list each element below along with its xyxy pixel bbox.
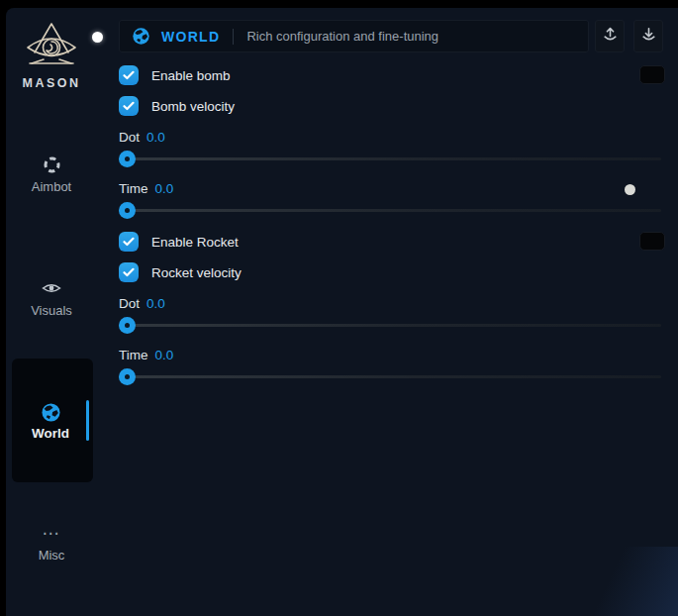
slider-track[interactable] — [119, 324, 661, 327]
globe-icon — [132, 27, 150, 46]
eye-icon — [12, 278, 91, 298]
checkbox-checked-icon[interactable] — [119, 262, 139, 282]
slider-track[interactable] — [119, 157, 661, 160]
checkbox-label: Rocket velocity — [151, 265, 242, 280]
slider-dot[interactable] — [119, 317, 661, 334]
slider-handle[interactable] — [119, 202, 136, 219]
sidebar-item-aimbot[interactable]: Aimbot — [12, 154, 91, 194]
cursor-dot — [92, 32, 103, 43]
settings-panel: Enable bomb Bomb velocity Dot 0.0 Time 0… — [119, 52, 661, 385]
corner-glow-decoration — [520, 547, 678, 616]
checkbox-row-enable-rocket[interactable]: Enable Rocket — [119, 232, 661, 252]
checkbox-checked-icon[interactable] — [119, 232, 139, 252]
brand-logo: MASON — [20, 22, 83, 90]
slider-label-dot: Dot 0.0 — [119, 296, 661, 311]
upload-config-button[interactable] — [595, 20, 625, 52]
page-title: WORLD — [161, 29, 220, 45]
sidebar-item-misc[interactable]: ⋯ Misc — [12, 523, 91, 563]
checkbox-label: Enable bomb — [151, 68, 231, 83]
slider-handle[interactable] — [119, 368, 136, 385]
slider-track[interactable] — [119, 209, 661, 212]
slider-time[interactable] — [119, 202, 661, 219]
globe-icon — [12, 402, 89, 423]
slider-value: 0.0 — [155, 181, 174, 196]
checkbox-row-bomb-velocity[interactable]: Bomb velocity — [119, 96, 661, 116]
sidebar-item-label: World — [12, 426, 89, 441]
page-header: WORLD Rich configuration and fine-tuning — [119, 20, 589, 52]
download-icon — [641, 27, 656, 46]
slider-name: Dot — [119, 296, 140, 311]
checkbox-checked-icon[interactable] — [119, 96, 139, 116]
sidebar-item-label: Visuals — [12, 303, 91, 318]
header-divider — [233, 29, 234, 45]
slider-dot[interactable] — [119, 151, 661, 167]
slider-label-dot: Dot 0.0 — [119, 130, 661, 145]
brand-name: MASON — [20, 76, 83, 90]
slider-time[interactable] — [119, 368, 661, 385]
checkbox-row-rocket-velocity[interactable]: Rocket velocity — [119, 262, 661, 282]
sidebar-item-label: Misc — [12, 548, 91, 563]
mason-eye-triangle-icon — [20, 22, 83, 71]
sidebar-item-world[interactable]: World — [12, 359, 93, 482]
cursor-dot-secondary — [625, 184, 635, 195]
slider-handle[interactable] — [119, 151, 136, 167]
slider-handle[interactable] — [119, 317, 136, 334]
upload-icon — [603, 27, 618, 46]
checkbox-row-enable-bomb[interactable]: Enable bomb — [119, 65, 661, 85]
color-picker-swatch[interactable] — [639, 65, 665, 84]
sidebar-item-label: Aimbot — [12, 179, 91, 194]
slider-name: Dot — [119, 130, 140, 145]
page-subtitle: Rich configuration and fine-tuning — [246, 29, 438, 44]
slider-track[interactable] — [119, 375, 661, 378]
slider-value: 0.0 — [146, 130, 165, 145]
checkbox-checked-icon[interactable] — [119, 65, 139, 85]
slider-value: 0.0 — [155, 348, 174, 362]
color-picker-swatch[interactable] — [639, 232, 665, 251]
slider-name: Time — [119, 348, 148, 362]
checkbox-label: Bomb velocity — [151, 99, 235, 114]
slider-label-time: Time 0.0 — [119, 348, 661, 362]
download-config-button[interactable] — [633, 20, 663, 52]
checkbox-label: Enable Rocket — [151, 235, 239, 250]
slider-value: 0.0 — [146, 296, 165, 311]
slider-label-time: Time 0.0 — [119, 181, 661, 196]
active-indicator — [86, 400, 89, 441]
ellipsis-icon: ⋯ — [12, 523, 91, 543]
sidebar-item-visuals[interactable]: Visuals — [12, 278, 91, 318]
crosshair-icon — [12, 154, 91, 174]
slider-name: Time — [119, 181, 148, 196]
